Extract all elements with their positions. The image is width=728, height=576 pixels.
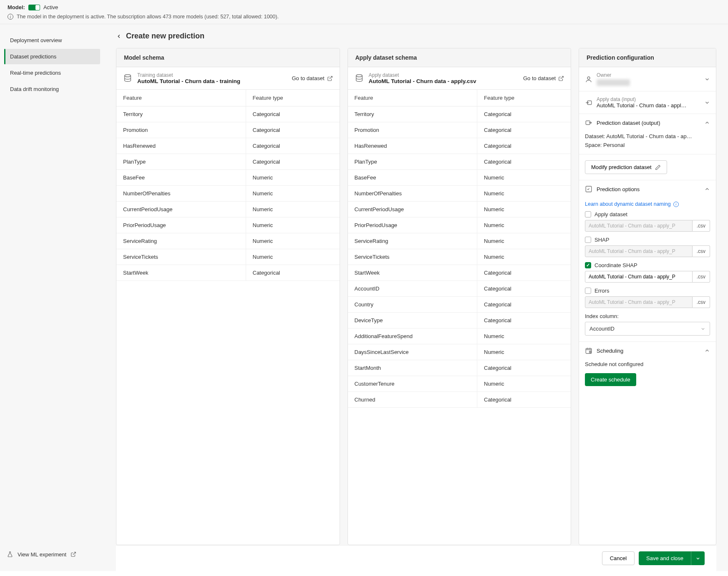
table-row: CustomerTenureNumeric [348,376,571,392]
calendar-icon [585,347,592,354]
chevron-up-icon[interactable] [704,348,710,354]
shap-filename-input [585,245,693,257]
owner-row[interactable]: Owner [579,67,716,91]
apply-schema-table: Feature Feature type TerritoryCategorica… [348,90,571,408]
scheduling-row[interactable]: Scheduling [579,342,716,359]
table-row: ChurnedCategorical [348,392,571,408]
coordinate-shap-checkbox[interactable] [585,262,591,268]
index-column-select[interactable]: AccountID [585,322,710,336]
coordinate-shap-option-label: Coordinate SHAP [594,262,637,268]
apply-schema-panel: Apply dataset schema Apply dataset AutoM… [348,48,572,545]
index-column-value: AccountID [589,326,615,332]
feature-type-cell: Categorical [246,138,340,154]
view-ml-experiment-link[interactable]: View ML experiment [4,546,100,563]
coordinate-shap-filename-input[interactable] [585,271,693,283]
feature-type-cell: Numeric [246,202,340,217]
feature-cell: NumberOfPenalties [348,186,477,202]
feature-type-cell: Categorical [477,392,571,408]
sidebar-item-realtime-predictions[interactable]: Real-time predictions [4,65,100,81]
table-row: ServiceTicketsNumeric [348,249,571,265]
feature-type-cell: Numeric [246,186,340,202]
chevron-up-icon[interactable] [704,120,710,126]
feature-cell: CurrentPeriodUsage [116,202,246,217]
table-row: ServiceRatingNumeric [116,233,340,249]
feature-cell: StartMonth [348,360,477,376]
model-schema-table: Feature Feature type TerritoryCategorica… [116,90,340,281]
chevron-down-icon[interactable] [704,76,710,82]
table-row: DeviceTypeCategorical [348,313,571,328]
goto-dataset-label: Go to dataset [292,75,324,81]
feature-cell: ServiceRating [348,233,477,249]
feature-cell: Territory [348,106,477,122]
goto-training-dataset-link[interactable]: Go to dataset [292,75,333,81]
feature-cell: PriorPeriodUsage [116,217,246,233]
feature-cell: Country [348,297,477,313]
chevron-up-icon[interactable] [704,186,710,192]
input-icon [585,99,592,106]
feature-cell: DeviceType [348,313,477,328]
feature-type-cell: Categorical [477,313,571,328]
table-row: ServiceTicketsNumeric [116,249,340,265]
table-row: BaseFeeNumeric [116,170,340,186]
errors-checkbox[interactable] [585,288,591,294]
user-icon [585,76,592,83]
feature-cell: BaseFee [116,170,246,186]
table-row: HasRenewedCategorical [116,138,340,154]
back-chevron-icon[interactable] [116,33,122,39]
prediction-options-row[interactable]: Prediction options [579,180,716,198]
feature-type-cell: Categorical [246,106,340,122]
output-space-line: Space: Personal [585,141,710,154]
apply-dataset-option-label: Apply dataset [594,211,627,217]
goto-apply-dataset-link[interactable]: Go to dataset [523,75,564,81]
sidebar-item-deployment-overview[interactable]: Deployment overview [4,33,100,48]
shap-checkbox[interactable] [585,237,591,243]
apply-dataset-checkbox[interactable] [585,211,591,217]
table-row: HasRenewedCategorical [348,138,571,154]
table-row: ServiceRatingNumeric [348,233,571,249]
feature-type-cell: Numeric [246,249,340,265]
apply-schema-title: Apply dataset schema [348,48,571,67]
feature-type-cell: Numeric [477,233,571,249]
table-row: BaseFeeNumeric [348,170,571,186]
feature-cell: ServiceTickets [116,249,246,265]
feature-type-cell: Categorical [477,265,571,281]
feature-type-cell: Categorical [477,106,571,122]
table-row: DaysSinceLastServiceNumeric [348,344,571,360]
chevron-down-icon[interactable] [704,100,710,106]
save-dropdown-button[interactable] [691,551,705,565]
sidebar-item-data-drift-monitoring[interactable]: Data drift monitoring [4,81,100,97]
feature-cell: DaysSinceLastService [348,344,477,360]
apply-data-row[interactable]: Apply data (input) AutoML Tutorial - Chu… [579,91,716,114]
model-active-toggle[interactable] [28,5,40,10]
create-schedule-button[interactable]: Create schedule [585,373,636,386]
external-link-icon [71,551,76,557]
col-feature-type: Feature type [477,90,571,106]
feature-type-cell: Categorical [477,360,571,376]
table-row: NumberOfPenaltiesNumeric [116,186,340,202]
feature-type-cell: Numeric [477,376,571,392]
errors-filename-input [585,296,693,308]
shap-option-label: SHAP [594,237,609,243]
sidebar-item-dataset-predictions[interactable]: Dataset predictions [4,49,100,64]
page-title: Create new prediction [126,32,204,40]
model-active-text: Active [43,4,58,10]
sidebar: Deployment overview Dataset predictions … [0,24,104,571]
learn-dynamic-naming-link[interactable]: Learn about dynamic dataset naming i [585,201,679,207]
apply-dataset-label: Apply dataset [369,72,523,78]
svg-point-1 [356,74,362,77]
feature-cell: BaseFee [348,170,477,186]
feature-type-cell: Categorical [246,265,340,281]
database-icon [123,74,132,83]
feature-cell: NumberOfPenalties [116,186,246,202]
prediction-config-panel: Prediction configuration Owner [579,48,716,545]
subscription-info-text: The model in the deployment is active. T… [17,14,279,20]
external-link-icon [558,76,564,81]
prediction-output-row[interactable]: Prediction dataset (output) [579,114,716,131]
table-row: StartWeekCategorical [116,265,340,281]
save-and-close-button[interactable]: Save and close [639,551,691,565]
table-row: NumberOfPenaltiesNumeric [348,186,571,202]
errors-option-label: Errors [594,288,609,294]
feature-cell: ServiceTickets [348,249,477,265]
modify-prediction-dataset-button[interactable]: Modify prediction dataset [585,160,667,174]
cancel-button[interactable]: Cancel [602,551,635,565]
